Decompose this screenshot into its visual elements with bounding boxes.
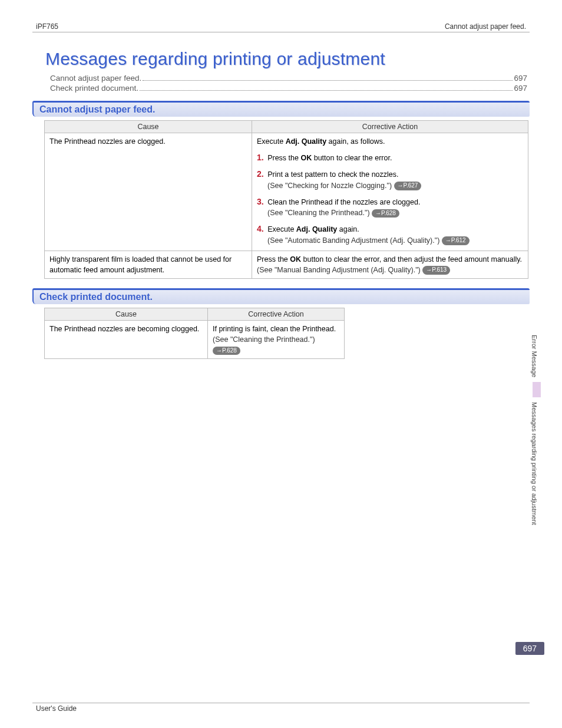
page-footer: User's Guide (32, 703, 530, 713)
page-link-pill[interactable]: →P.613 (422, 266, 450, 275)
see-text: (See "Automatic Banding Adjustment (Adj.… (267, 236, 439, 245)
page-link-pill[interactable]: →P.627 (394, 182, 422, 190)
step-text: Print a test pattern to check the nozzle… (267, 170, 398, 179)
step-number-icon: 4. (257, 224, 264, 233)
toc-row[interactable]: Check printed document. 697 (50, 84, 530, 93)
toc-page: 697 (514, 74, 530, 83)
step-text: again. (337, 225, 359, 233)
page-link-pill[interactable]: →P.612 (442, 236, 470, 245)
step-text: Execute (267, 225, 296, 233)
step-bold: OK (300, 154, 312, 162)
action-text: If printing is faint, clean the Printhea… (213, 325, 336, 333)
action-text: Press the (257, 255, 290, 263)
footer-text: User's Guide (36, 704, 77, 713)
action-text: button to clear the error, and then adju… (301, 255, 522, 263)
cell-action: Press the OK button to clear the error, … (252, 251, 528, 278)
section-heading-wrap: Cannot adjust paper feed. (32, 101, 530, 117)
step-number-icon: 1. (257, 153, 264, 162)
cell-action: If printing is faint, clean the Printhea… (208, 320, 345, 358)
th-action: Corrective Action (208, 308, 345, 320)
step-4: 4. Execute Adj. Quality again. (See "Aut… (257, 223, 523, 245)
toc: Cannot adjust paper feed. 697 Check prin… (50, 74, 530, 93)
cell-action: Execute Adj. Quality again, as follows. … (252, 133, 528, 251)
step-text: Press the (267, 154, 300, 162)
step-number-icon: 3. (257, 197, 264, 206)
table-row: The Printhead nozzles are clogged. Execu… (45, 133, 528, 251)
intro-text2: again, as follows. (326, 137, 385, 146)
step-bold: Adj. Quality (296, 225, 337, 233)
side-tab-top[interactable]: Error Message (531, 335, 538, 377)
th-action: Corrective Action (252, 121, 528, 133)
toc-label: Check printed document. (50, 84, 138, 93)
toc-dots (143, 80, 513, 81)
toc-page: 697 (514, 84, 530, 93)
table-row: Highly transparent film is loaded that c… (45, 251, 528, 278)
section-heading-check-printed: Check printed document. (32, 290, 530, 304)
side-tab-bottom[interactable]: Messages regarding printing or adjustmen… (531, 402, 538, 525)
side-tabs: Error Message Messages regarding printin… (531, 335, 543, 525)
table-cannot-adjust: Cause Corrective Action The Printhead no… (44, 120, 528, 279)
header-left: iPF765 (36, 22, 58, 31)
intro-bold: Adj. Quality (286, 137, 326, 146)
toc-label: Cannot adjust paper feed. (50, 74, 141, 83)
cell-cause: Highly transparent film is loaded that c… (45, 251, 252, 278)
side-tab-separator (533, 382, 541, 397)
see-text: (See "Cleaning the Printhead.") (213, 335, 315, 344)
cell-cause: The Printhead nozzles are clogged. (45, 133, 252, 251)
see-text: (See "Cleaning the Printhead.") (267, 209, 370, 217)
intro-text: Execute (257, 137, 286, 146)
header-right: Cannot adjust paper feed. (445, 22, 526, 31)
toc-dots (140, 90, 513, 91)
table-check-printed: Cause Corrective Action The Printhead no… (44, 308, 345, 359)
cell-cause: The Printhead nozzles are becoming clogg… (45, 320, 208, 358)
step-text: Clean the Printhead if the nozzles are c… (267, 198, 420, 206)
step-3: 3. Clean the Printhead if the nozzles ar… (257, 196, 523, 218)
step-number-icon: 2. (257, 169, 264, 179)
page-link-pill[interactable]: →P.628 (213, 347, 240, 355)
th-cause: Cause (45, 308, 208, 320)
section-heading-cannot-adjust: Cannot adjust paper feed. (32, 103, 530, 117)
table-header-row: Cause Corrective Action (45, 308, 345, 320)
page-number-badge: 697 (515, 642, 544, 655)
chapter-title: Messages regarding printing or adjustmen… (45, 49, 530, 69)
page-header: iPF765 Cannot adjust paper feed. (32, 22, 530, 32)
table-header-row: Cause Corrective Action (45, 121, 528, 133)
section-heading-wrap: Check printed document. (32, 288, 530, 304)
step-1: 1. Press the OK button to clear the erro… (257, 151, 523, 163)
step-text: button to clear the error. (312, 154, 392, 162)
see-text: (See "Manual Banding Adjustment (Adj. Qu… (257, 266, 421, 274)
step-2: 2. Print a test pattern to check the noz… (257, 168, 523, 190)
table-row: The Printhead nozzles are becoming clogg… (45, 320, 345, 358)
th-cause: Cause (45, 121, 252, 133)
toc-row[interactable]: Cannot adjust paper feed. 697 (50, 74, 530, 83)
page-link-pill[interactable]: →P.628 (372, 209, 399, 218)
see-text: (See "Checking for Nozzle Clogging.") (267, 182, 392, 190)
action-bold: OK (290, 255, 301, 263)
